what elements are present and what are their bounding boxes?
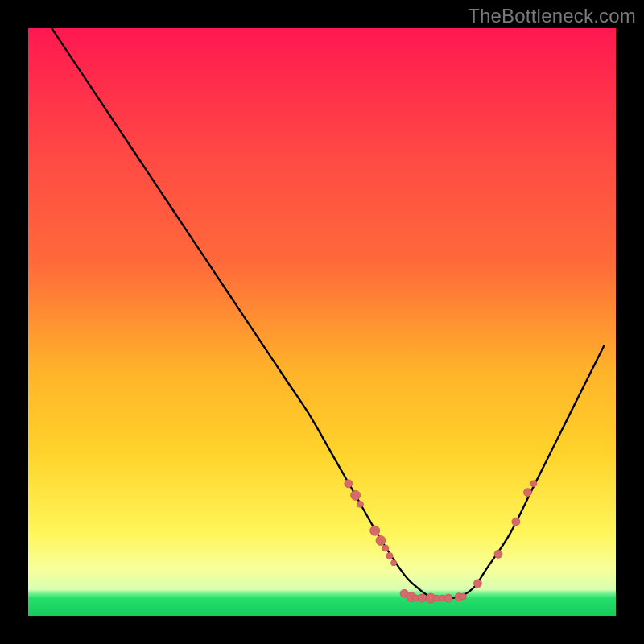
data-marker [386, 553, 393, 559]
plot-area [28, 28, 616, 616]
data-marker [382, 545, 389, 551]
data-marker [524, 489, 532, 497]
data-marker [444, 594, 452, 602]
data-marker [370, 526, 380, 535]
chart-frame: TheBottleneck.com [0, 0, 644, 644]
data-marker [512, 518, 520, 526]
data-marker [351, 490, 361, 500]
data-marker [418, 594, 426, 602]
data-marker [473, 580, 481, 588]
data-marker [433, 595, 440, 601]
data-marker [494, 550, 502, 558]
data-marker [391, 560, 397, 566]
data-marker [376, 536, 386, 546]
chart-svg [28, 28, 616, 616]
data-marker [345, 480, 353, 488]
data-marker [530, 481, 537, 487]
gradient-bg [28, 28, 616, 616]
data-marker [460, 593, 466, 600]
watermark-text: TheBottleneck.com [468, 5, 636, 27]
data-marker [357, 501, 363, 507]
